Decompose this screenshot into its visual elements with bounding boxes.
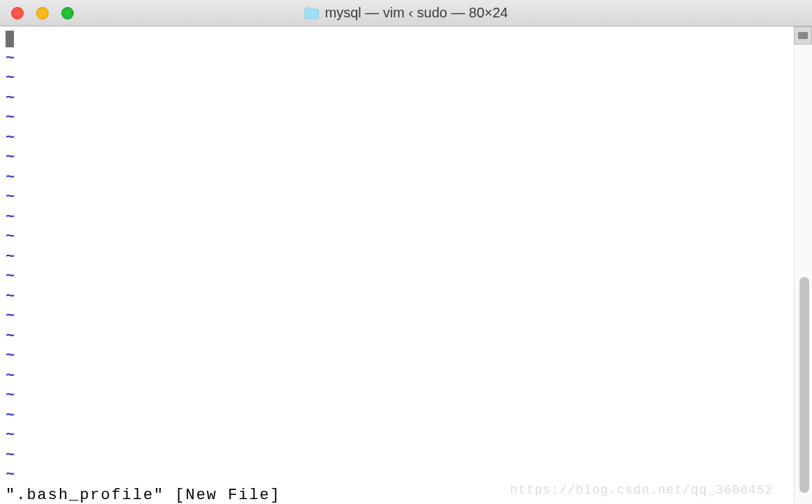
- maximize-button[interactable]: [61, 7, 74, 19]
- vim-tilde-line: ~: [6, 466, 788, 486]
- window-titlebar: mysql — vim ‹ sudo — 80×24: [0, 0, 812, 26]
- vim-tilde-line: ~: [6, 129, 788, 149]
- traffic-lights: [0, 7, 74, 19]
- scrollbar-corner-icon: [794, 26, 812, 45]
- vim-tilde-line: ~: [6, 426, 788, 446]
- window-title: mysql — vim ‹ sudo — 80×24: [304, 5, 508, 21]
- vim-tilde-line: ~: [6, 89, 788, 109]
- vim-tilde-line: ~: [6, 267, 788, 288]
- scrollbar-thumb[interactable]: [799, 277, 809, 493]
- vim-status-line: ".bash_profile" [New File]: [6, 486, 788, 505]
- terminal-content[interactable]: ~~~~~~~~~~~~~~~~~~~~~~ ".bash_profile" […: [0, 26, 794, 504]
- vim-tilde-line: ~: [6, 168, 788, 189]
- minimize-button[interactable]: [36, 7, 49, 19]
- vim-tilde-line: ~: [6, 386, 788, 407]
- editor-line-1: [6, 29, 788, 49]
- cursor: [6, 31, 14, 47]
- vim-tilde-line: ~: [6, 347, 788, 367]
- vim-tilde-line: ~: [6, 307, 788, 327]
- vim-tilde-line: ~: [6, 208, 788, 228]
- vim-tilde-line: ~: [6, 109, 788, 129]
- vim-tilde-line: ~: [6, 188, 788, 208]
- terminal-body: ~~~~~~~~~~~~~~~~~~~~~~ ".bash_profile" […: [0, 26, 812, 504]
- vim-tilde-line: ~: [6, 228, 788, 248]
- scrollbar-track[interactable]: [794, 26, 812, 504]
- vim-tilde-line: ~: [6, 288, 788, 308]
- vim-tilde-line: ~: [6, 327, 788, 347]
- window-title-text: mysql — vim ‹ sudo — 80×24: [325, 5, 508, 21]
- vim-tilde-line: ~: [6, 248, 788, 268]
- vim-tilde-line: ~: [6, 407, 788, 427]
- vim-tilde-line: ~: [6, 69, 788, 89]
- vim-tilde-line: ~: [6, 148, 788, 168]
- vim-tilde-line: ~: [6, 446, 788, 466]
- vim-tilde-line: ~: [6, 49, 788, 70]
- vim-tilde-line: ~: [6, 367, 788, 387]
- close-button[interactable]: [11, 7, 24, 19]
- folder-icon: [304, 7, 320, 19]
